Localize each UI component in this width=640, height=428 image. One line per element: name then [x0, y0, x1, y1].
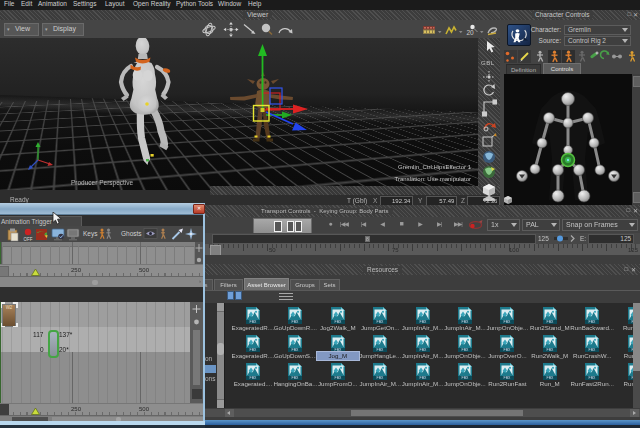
svg-text:G B L: G B L: [481, 60, 495, 66]
svg-text:OFF: OFF: [24, 237, 33, 242]
svg-text:20: 20: [467, 29, 475, 36]
svg-text:Ghosts: Ghosts: [121, 230, 142, 237]
svg-text:Keys: Keys: [83, 230, 98, 238]
